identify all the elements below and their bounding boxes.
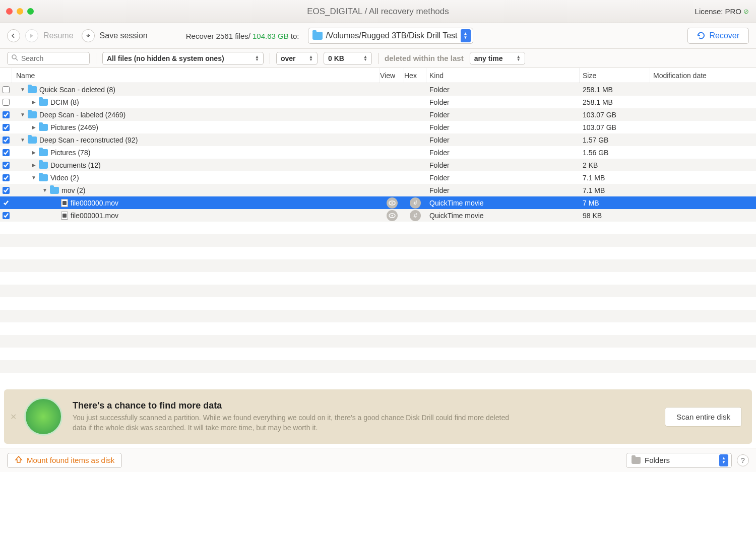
row-checkbox[interactable]: [3, 212, 10, 219]
row-kind: QuickTime movie: [426, 199, 580, 207]
minimize-window-button[interactable]: [17, 8, 23, 15]
search-input-wrap[interactable]: [7, 52, 90, 65]
row-checkbox[interactable]: [3, 187, 10, 194]
preview-icon[interactable]: [387, 197, 398, 209]
column-hex[interactable]: Hex: [404, 68, 426, 83]
table-row[interactable]: ▼Video (2)Folder7.1 MB: [0, 171, 756, 184]
row-size: 7 MB: [580, 199, 650, 207]
license-value: PRO: [725, 7, 741, 16]
save-session-button[interactable]: [82, 29, 95, 42]
chevron-down-icon[interactable]: ▼: [20, 112, 25, 117]
close-window-button[interactable]: [6, 8, 13, 15]
view-mode-select[interactable]: Folders ▲▼: [626, 453, 732, 468]
over-select[interactable]: over ▲▼: [276, 52, 318, 65]
table-row[interactable]: ▶Pictures (78)Folder1.56 GB: [0, 146, 756, 159]
table-row[interactable]: ▼Deep Scan - reconstructed (92)Folder1.5…: [0, 133, 756, 146]
hex-icon[interactable]: #: [410, 210, 421, 221]
row-checkbox[interactable]: [3, 86, 10, 93]
license-badge[interactable]: License: PRO ⊘: [695, 7, 756, 16]
help-button[interactable]: ?: [737, 454, 749, 466]
table-row[interactable]: ▶Pictures (2469)Folder103.07 GB: [0, 121, 756, 133]
column-view[interactable]: View: [380, 68, 404, 83]
column-size[interactable]: Size: [580, 68, 650, 83]
stepper-icon[interactable]: ▲▼: [461, 29, 471, 42]
divider: [270, 53, 270, 64]
row-kind: Folder: [426, 111, 580, 119]
save-session-label: Save session: [100, 31, 148, 40]
row-checkbox[interactable]: [3, 174, 10, 181]
empty-row: [0, 234, 756, 247]
zoom-window-button[interactable]: [27, 8, 34, 15]
row-checkbox[interactable]: [3, 149, 10, 156]
empty-row: [0, 335, 756, 348]
row-checkbox[interactable]: [3, 137, 10, 144]
scan-entire-disk-button[interactable]: Scan entire disk: [665, 407, 742, 427]
recover-button[interactable]: Recover: [687, 28, 749, 44]
empty-row: [0, 373, 756, 385]
table-row[interactable]: file000001.mov#QuickTime movie98 KB: [0, 209, 756, 222]
chevron-right-icon[interactable]: ▶: [31, 163, 36, 168]
close-icon[interactable]: ✕: [10, 412, 19, 421]
row-checkbox[interactable]: [3, 199, 10, 207]
row-checkbox[interactable]: [3, 124, 10, 131]
stepper-icon[interactable]: ▲▼: [719, 454, 728, 466]
table-row[interactable]: ▼Quick Scan - deleted (8)Folder258.1 MB: [0, 83, 756, 96]
refresh-icon: [697, 32, 705, 40]
table-row[interactable]: ▼Deep Scan - labeled (2469)Folder103.07 …: [0, 108, 756, 121]
chevron-down-icon[interactable]: ▼: [42, 188, 47, 193]
table-row[interactable]: file000000.mov#QuickTime movie7 MB: [0, 196, 756, 209]
svg-point-5: [392, 215, 393, 216]
recover-button-label: Recover: [709, 31, 739, 40]
row-size: 103.07 GB: [580, 123, 650, 131]
time-filter-select[interactable]: any time ▲▼: [470, 52, 525, 65]
file-icon: [61, 199, 68, 207]
size-threshold-select[interactable]: 0 KB ▲▼: [324, 52, 372, 65]
chevron-updown-icon: ▲▼: [363, 55, 367, 61]
titlebar: EOS_DIGITAL / All recovery methods Licen…: [0, 0, 756, 23]
chevron-down-icon[interactable]: ▼: [31, 175, 36, 180]
table-row[interactable]: ▼mov (2)Folder7.1 MB: [0, 184, 756, 196]
chevron-right-icon[interactable]: ▶: [31, 100, 36, 105]
row-checkbox[interactable]: [3, 99, 10, 106]
table-row[interactable]: ▶DCIM (8)Folder258.1 MB: [0, 96, 756, 108]
footer: Mount found items as disk Folders ▲▼ ?: [0, 448, 756, 472]
more-data-banner: ✕ There's a chance to find more data You…: [4, 389, 752, 444]
mount-button[interactable]: Mount found items as disk: [7, 453, 122, 468]
column-name[interactable]: Name: [12, 68, 380, 83]
row-checkbox[interactable]: [3, 162, 10, 169]
banner-text: There's a chance to find more data You j…: [73, 400, 655, 433]
row-name: DCIM (8): [50, 98, 79, 106]
empty-row: [0, 272, 756, 285]
chevron-updown-icon: ▲▼: [517, 55, 521, 61]
search-input[interactable]: [21, 54, 85, 62]
play-button[interactable]: [25, 29, 38, 42]
svg-line-1: [16, 58, 18, 60]
deleted-within-label: deleted within the last: [385, 54, 464, 62]
column-mod[interactable]: Modification date: [650, 68, 756, 83]
file-tree: ▼Quick Scan - deleted (8)Folder258.1 MB▶…: [0, 83, 756, 385]
row-size: 1.56 GB: [580, 149, 650, 157]
chevron-down-icon[interactable]: ▼: [20, 138, 25, 143]
column-kind[interactable]: Kind: [426, 68, 580, 83]
preview-icon[interactable]: [387, 210, 398, 221]
chevron-down-icon[interactable]: ▼: [20, 87, 25, 92]
row-size: 98 KB: [580, 212, 650, 220]
hex-icon[interactable]: #: [410, 197, 421, 209]
table-row[interactable]: ▶Documents (12)Folder2 KB: [0, 159, 756, 171]
chevron-right-icon[interactable]: ▶: [31, 125, 36, 130]
back-button[interactable]: [7, 29, 20, 42]
chevron-right-icon[interactable]: ▶: [31, 150, 36, 155]
row-size: 2 KB: [580, 161, 650, 169]
folder-icon: [39, 149, 48, 156]
empty-row: [0, 297, 756, 310]
svg-point-0: [12, 55, 16, 59]
recover-summary: Recover 2561 files/104.63 GB to:: [186, 32, 299, 40]
file-filter-select[interactable]: All files (no hidden & system ones) ▲▼: [102, 52, 264, 65]
row-checkbox[interactable]: [3, 111, 10, 118]
folder-icon: [632, 457, 641, 464]
window-title: EOS_DIGITAL / All recovery methods: [0, 7, 756, 17]
chevron-updown-icon: ▲▼: [309, 55, 313, 61]
folder-icon: [28, 111, 37, 118]
column-checkbox: [0, 68, 12, 83]
destination-selector[interactable]: /Volumes/Rugged 3TB/Disk Drill Test ▲▼: [308, 28, 473, 44]
